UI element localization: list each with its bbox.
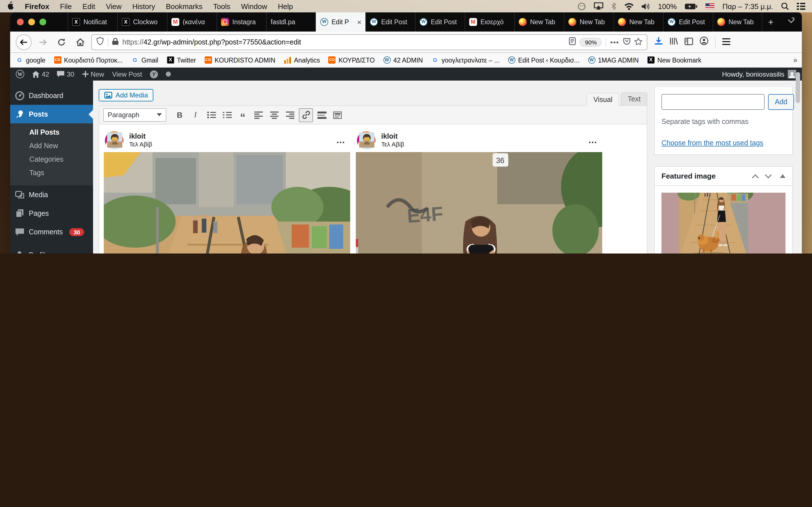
close-tab-icon[interactable]: × (357, 18, 361, 26)
bookmark-item[interactable]: WEdit Post ‹ Κουρδισ... (508, 56, 579, 64)
avatar[interactable] (788, 70, 796, 78)
ig-more-options-icon[interactable]: … (336, 135, 349, 145)
browser-tab[interactable]: New Tab (514, 12, 564, 32)
bookmark-item[interactable]: COΚΟΥΡΔΙΣΤΟ (328, 56, 375, 64)
sidebar-toggle-icon[interactable] (684, 37, 693, 47)
bookmark-star-icon[interactable] (635, 37, 642, 47)
browser-tab[interactable]: New Tab (613, 12, 663, 32)
menubar-clock[interactable]: Παρ – 7:35 μ.μ. (722, 2, 773, 10)
tab-text[interactable]: Text (621, 93, 647, 105)
menu-help[interactable]: Help (278, 2, 293, 10)
howdy-label[interactable]: Howdy, boniosvasilis (722, 70, 784, 78)
toolbar-toggle-button[interactable] (331, 108, 345, 122)
library-icon[interactable] (669, 37, 678, 47)
bookmark-item[interactable]: COKOURDISTO ADMIN (204, 56, 275, 64)
bookmark-item[interactable]: Gγοογλετρανλατε – ... (432, 56, 500, 64)
italic-button[interactable]: I (188, 108, 202, 122)
bookmark-item[interactable]: W1MAG ADMIN (588, 56, 639, 64)
apple-menu-icon[interactable] (7, 1, 14, 11)
pocket-icon[interactable] (623, 37, 630, 47)
bookmark-item[interactable]: Analytics (284, 56, 320, 64)
yoast-icon[interactable]: Y (150, 70, 158, 78)
reader-mode-icon[interactable] (569, 37, 576, 47)
menu-bookmarks[interactable]: Bookmarks (166, 2, 202, 10)
browser-tab[interactable]: New Tab (564, 12, 613, 32)
ig-location[interactable]: Τελ Αβίβ (129, 141, 152, 148)
browser-tab[interactable]: XClockwo (117, 12, 167, 32)
add-media-button[interactable]: Add Media (99, 89, 154, 101)
reload-button[interactable] (54, 35, 69, 49)
insert-link-button[interactable] (299, 108, 313, 122)
sidebar-item-profile[interactable]: Profile (10, 245, 93, 253)
sidebar-item-pages[interactable]: Pages (10, 204, 93, 223)
align-right-button[interactable] (283, 108, 297, 122)
featured-image-title[interactable]: Featured image (661, 172, 752, 180)
bookmark-item[interactable]: GGmail (131, 56, 158, 64)
bookmark-item[interactable]: COΚουρδιστό Πορτοκ... (54, 56, 123, 64)
browser-tab[interactable]: New Tab (713, 12, 762, 32)
align-center-button[interactable] (267, 108, 282, 122)
submenu-item-categories[interactable]: Categories (10, 153, 93, 166)
browser-tab[interactable]: M(κανένα (167, 12, 216, 32)
menu-view[interactable]: View (106, 2, 121, 10)
adminbar-site-name[interactable]: 42 (32, 70, 49, 78)
ig-more-options-icon[interactable]: … (588, 135, 601, 145)
account-icon[interactable] (700, 37, 708, 47)
wifi-icon[interactable] (624, 3, 634, 10)
new-tab-button[interactable]: + (762, 17, 779, 27)
menu-tools[interactable]: Tools (213, 2, 231, 10)
add-tag-button[interactable]: Add (768, 94, 794, 110)
tracking-shield-icon[interactable] (96, 37, 104, 47)
ig-username[interactable]: ikloit (381, 132, 404, 141)
featured-image-thumbnail[interactable] (661, 193, 785, 253)
adminbar-view-post[interactable]: View Post (112, 70, 142, 78)
menu-edit[interactable]: Edit (83, 2, 95, 10)
numbered-list-button[interactable] (220, 108, 234, 122)
close-window-button[interactable] (17, 18, 24, 25)
bookmark-item[interactable]: Ggoogle (16, 56, 45, 64)
bookmark-item[interactable]: XTwitter (167, 56, 196, 64)
minimize-window-button[interactable] (28, 18, 35, 25)
menu-history[interactable]: History (132, 2, 155, 10)
browser-tab[interactable]: fastdl.pa (266, 12, 316, 32)
ig-avatar-1[interactable] (105, 131, 123, 150)
notification-center-icon[interactable] (797, 3, 805, 10)
read-more-button[interactable] (315, 108, 329, 122)
browser-tab[interactable]: MΕισερχό (465, 12, 514, 32)
blockquote-button[interactable]: “ (236, 108, 250, 122)
browser-tab[interactable]: WEdit Post (663, 12, 713, 32)
browser-tab-active[interactable]: WEdit P× (316, 12, 365, 32)
menu-window[interactable]: Window (241, 2, 267, 10)
align-left-button[interactable] (252, 108, 266, 122)
ig-avatar-2[interactable] (357, 131, 375, 150)
bullet-list-button[interactable] (204, 108, 218, 122)
move-up-icon[interactable] (752, 174, 759, 178)
submenu-item-tags[interactable]: Tags (10, 166, 93, 180)
us-flag-icon[interactable] (705, 3, 714, 9)
url-text[interactable]: https://42.gr/wp-admin/post.php?post=775… (122, 38, 565, 46)
adminbar-status-dot[interactable] (166, 71, 171, 76)
home-button[interactable] (73, 35, 87, 49)
ig-username[interactable]: ikloit (129, 132, 152, 141)
back-button[interactable] (16, 34, 32, 50)
sidebar-item-comments[interactable]: Comments30 (10, 223, 93, 241)
zoom-level-badge[interactable]: 90% (580, 38, 602, 47)
page-scrollbar[interactable] (796, 72, 800, 103)
menu-file[interactable]: File (60, 2, 72, 10)
menubar-app-name[interactable]: Firefox (25, 2, 49, 10)
browser-tab[interactable]: WEdit Post (365, 12, 415, 32)
status-app-icon[interactable] (577, 2, 586, 10)
forward-button[interactable] (36, 35, 50, 49)
page-actions-icon[interactable]: ••• (610, 38, 619, 46)
sidebar-item-media[interactable]: Media (10, 185, 93, 204)
url-bar[interactable]: https://42.gr/wp-admin/post.php?post=775… (91, 34, 647, 50)
most-used-tags-link[interactable]: Choose from the most used tags (661, 139, 763, 147)
bluetooth-icon[interactable] (611, 2, 616, 10)
submenu-item-add-new[interactable]: Add New (10, 139, 93, 153)
sidebar-item-dashboard[interactable]: Dashboard (10, 86, 93, 105)
bookmarks-overflow-icon[interactable]: » (794, 56, 796, 64)
tags-input[interactable] (661, 94, 765, 110)
adminbar-comments[interactable]: 30 (57, 70, 74, 78)
browser-tab[interactable]: WEdit Post (415, 12, 465, 32)
tab-overflow-icon[interactable] (780, 17, 802, 27)
